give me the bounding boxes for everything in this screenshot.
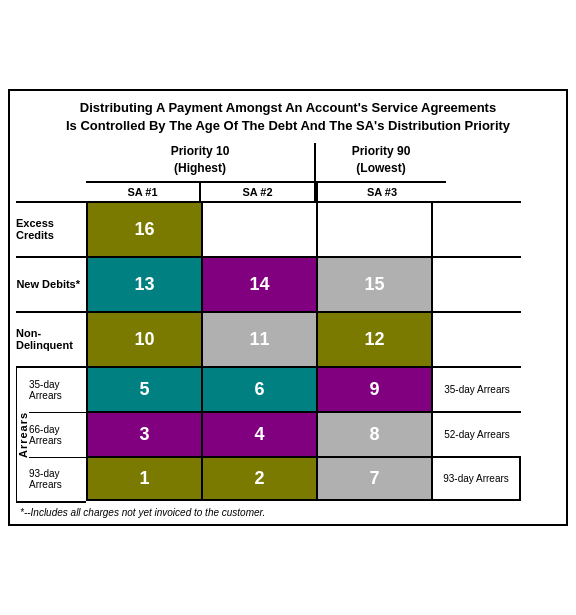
label-non-delinquent: Non-Delinquent (16, 311, 86, 366)
label-93day: 93-day Arrears (29, 457, 86, 501)
cell-15: 15 (316, 258, 431, 311)
title-line1: Distributing A Payment Amongst An Accoun… (80, 100, 496, 115)
row-arrears66: 3 4 8 52-day Arrears (86, 411, 521, 456)
cell-2: 2 (201, 458, 316, 499)
title-line2: Is Controlled By The Age Of The Debt And… (66, 118, 510, 133)
right-label-93day: 93-day Arrears (431, 458, 521, 499)
label-66day: 66-day Arrears (29, 412, 86, 456)
cell-14: 14 (201, 258, 316, 311)
label-35day: 35-day Arrears (29, 368, 86, 412)
row-nondelinquent: 10 11 12 (86, 311, 521, 366)
arrears-labels-group: Arrears 35-day Arrears 66-day Arrears 93… (16, 366, 86, 501)
cell-grid: 16 13 14 15 10 11 12 (86, 201, 521, 503)
row-arrears35: 5 6 9 35-day Arrears (86, 366, 521, 411)
cell-3: 3 (86, 413, 201, 456)
priority-10-label: Priority 10(Highest) (171, 143, 230, 181)
table-body: Excess Credits New Debits* Non-Delinquen… (16, 201, 560, 503)
cell-12: 12 (316, 313, 431, 366)
sa3-header: SA #3 (316, 183, 446, 201)
cell-16: 16 (86, 203, 201, 256)
cell-5: 5 (86, 368, 201, 411)
right-label-35day: 35-day Arrears (431, 368, 521, 411)
cell-10: 10 (86, 313, 201, 366)
right-label-nondelinquent (431, 313, 521, 366)
cell-excess-sa3 (316, 203, 431, 256)
row-arrears93: 1 2 7 93-day Arrears (86, 456, 521, 501)
priority-90-label: Priority 90(Lowest) (352, 143, 411, 181)
right-label-66day: 52-day Arrears (431, 413, 521, 456)
row-labels-col: Excess Credits New Debits* Non-Delinquen… (16, 201, 86, 503)
cell-7: 7 (316, 458, 431, 499)
cell-11: 11 (201, 313, 316, 366)
main-title: Distributing A Payment Amongst An Accoun… (16, 99, 560, 135)
main-container: Distributing A Payment Amongst An Accoun… (8, 89, 568, 526)
row-excess: 16 (86, 201, 521, 256)
cell-9: 9 (316, 368, 431, 411)
arrears-vertical-label: Arrears (16, 368, 29, 501)
sa2-header: SA #2 (199, 183, 314, 201)
cell-4: 4 (201, 413, 316, 456)
right-label-excess (431, 203, 521, 256)
footnote: *--Includes all charges not yet invoiced… (16, 507, 560, 518)
cell-1: 1 (86, 458, 201, 499)
cell-13: 13 (86, 258, 201, 311)
label-new-debits: New Debits* (16, 256, 86, 311)
cell-6: 6 (201, 368, 316, 411)
cell-excess-sa2 (201, 203, 316, 256)
row-newdebits: 13 14 15 (86, 256, 521, 311)
right-label-newdebits (431, 258, 521, 311)
label-excess-credits: Excess Credits (16, 201, 86, 256)
grid-area: Priority 10(Highest) SA #1 SA #2 Priorit… (16, 143, 560, 518)
cell-8: 8 (316, 413, 431, 456)
arrears-sub-labels: 35-day Arrears 66-day Arrears 93-day Arr… (29, 368, 86, 501)
sa1-header: SA #1 (86, 183, 199, 201)
